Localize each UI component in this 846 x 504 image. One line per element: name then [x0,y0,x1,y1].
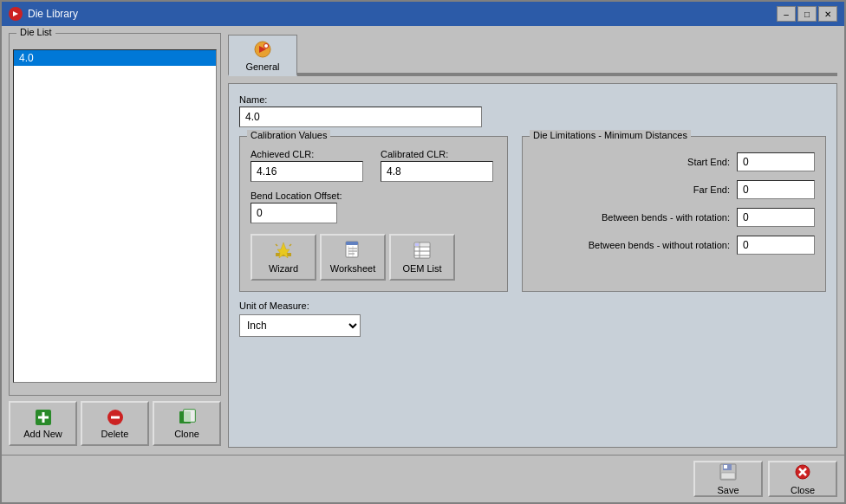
delete-label: Delete [101,429,129,439]
wizard-label: Wizard [269,263,298,274]
name-row: Name: [239,94,826,127]
clone-icon [178,408,197,427]
delete-icon [106,408,125,427]
close-icon [793,462,812,483]
svg-line-14 [290,244,291,246]
bend-offset-label: Bend Location Offset: [251,191,497,201]
title-bar-controls: – □ ✕ [777,6,837,22]
achieved-clr-label: Achieved CLR: [251,149,363,159]
die-list-label: Die List [16,27,55,37]
save-label: Save [717,485,739,495]
clone-button[interactable]: Clone [153,401,221,446]
name-label: Name: [239,94,826,105]
delete-button[interactable]: Delete [81,401,149,446]
svg-point-11 [264,44,268,48]
achieved-clr-input[interactable] [251,161,363,182]
far-end-label: Far End: [693,184,730,195]
add-new-button[interactable]: Add New [9,401,77,446]
die-list-box[interactable]: 4.0 [13,49,217,383]
bend-offset-input[interactable] [251,203,337,223]
main-window: Die Library – □ ✕ Die List 4.0 [0,0,846,504]
limitations-legend: Die Limitations - Minimum Distances [530,130,691,140]
window-title: Die Library [28,8,78,20]
left-panel: Die List 4.0 Add New [9,33,221,448]
wizard-buttons: Wizard [251,234,497,281]
bottom-buttons: Add New Delete [9,396,221,448]
footer: Save Close [2,455,844,502]
between-bends-rotation-input[interactable] [737,208,815,227]
svg-rect-8 [184,410,195,422]
maximize-button[interactable]: □ [797,6,817,22]
window-close-button[interactable]: ✕ [818,6,837,22]
calibration-legend: Calibration Values [247,130,330,140]
tab-bar: General [228,33,837,76]
add-new-label: Add New [23,429,62,439]
between-bends-no-rotation-label: Between bends - without rotation: [589,240,730,250]
form-area: Name: Calibration Values Achieved CLR: [228,83,837,448]
name-input[interactable] [239,107,482,127]
list-item[interactable]: 4.0 [14,50,216,66]
right-panel: General Name: Calibration Values [228,33,837,448]
die-list-group: Die List 4.0 [9,33,221,396]
between-bends-no-rotation-input[interactable] [737,236,815,255]
far-end-row: Far End: [533,180,815,199]
close-button[interactable]: Close [768,461,837,497]
achieved-clr-field: Achieved CLR: [251,149,363,182]
start-end-row: Start End: [533,152,815,171]
between-bends-rotation-row: Between bends - with rotation: [533,208,815,227]
add-icon [34,408,53,427]
limitations-group: Die Limitations - Minimum Distances Star… [522,136,826,292]
svg-rect-27 [415,243,419,246]
wizard-icon [274,241,293,262]
calibrated-clr-input[interactable] [381,161,493,182]
worksheet-icon [343,241,362,262]
clr-row: Achieved CLR: Calibrated CLR: [251,149,497,182]
start-end-label: Start End: [687,157,730,167]
oem-list-icon [413,241,432,262]
svg-rect-31 [724,465,727,468]
save-icon [719,462,738,483]
oem-list-button[interactable]: OEM List [389,234,455,281]
minimize-button[interactable]: – [777,6,796,22]
tab-general[interactable]: General [228,35,297,76]
wizard-button[interactable]: Wizard [251,234,316,281]
worksheet-label: Worksheet [330,263,375,274]
tab-general-label: General [245,61,279,72]
save-button[interactable]: Save [693,461,763,497]
far-end-input[interactable] [737,180,815,199]
calibration-group: Calibration Values Achieved CLR: Calibra… [239,136,508,292]
unit-row: Unit of Measure: Inch Millimeter [239,300,826,337]
unit-of-measure-select[interactable]: Inch Millimeter [239,314,361,337]
svg-rect-32 [721,473,735,479]
main-content: Die List 4.0 Add New [2,26,844,455]
svg-line-13 [276,244,277,246]
app-icon [9,7,23,21]
between-bends-rotation-label: Between bends - with rotation: [602,212,730,223]
calibrated-clr-field: Calibrated CLR: [381,149,493,182]
bend-offset-field: Bend Location Offset: [251,191,497,223]
worksheet-button[interactable]: Worksheet [320,234,386,281]
between-bends-no-rotation-row: Between bends - without rotation: [533,236,815,255]
close-label: Close [791,485,815,495]
general-tab-icon [252,39,273,60]
start-end-input[interactable] [737,152,815,171]
title-bar: Die Library – □ ✕ [2,2,844,26]
calibrated-clr-label: Calibrated CLR: [381,149,493,159]
svg-rect-28 [420,243,429,246]
clone-label: Clone [174,429,199,439]
title-bar-left: Die Library [9,7,78,21]
middle-row: Calibration Values Achieved CLR: Calibra… [239,136,826,292]
oem-list-label: OEM List [402,263,441,274]
unit-of-measure-label: Unit of Measure: [239,300,826,311]
svg-rect-16 [346,242,358,245]
